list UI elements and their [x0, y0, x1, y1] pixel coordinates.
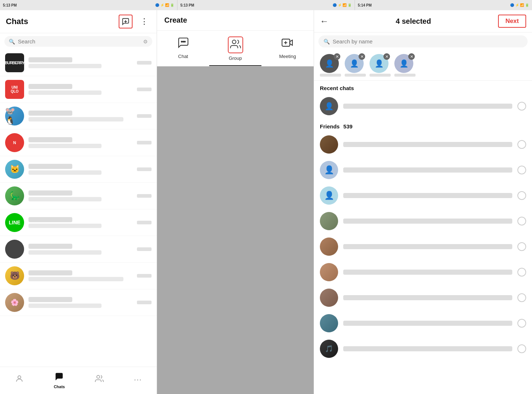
radio-friend-6[interactable]	[517, 268, 526, 277]
create-header: Create	[157, 10, 314, 31]
nav-item-home[interactable]	[8, 372, 31, 389]
nav-item-more[interactable]: ⋯	[126, 373, 149, 388]
radio-1[interactable]	[517, 102, 526, 111]
remove-selected-4[interactable]: ✕	[408, 53, 415, 60]
avatar-burberry: BURBERRY	[5, 53, 24, 72]
next-button[interactable]: Next	[498, 15, 526, 28]
middle-blurred-content	[157, 66, 314, 394]
chat-item-photo[interactable]: 🌸	[0, 289, 157, 316]
chats-title: Chats	[6, 17, 28, 26]
remove-selected-1[interactable]: ✕	[334, 53, 340, 60]
tab-group[interactable]: Group	[209, 36, 261, 66]
recent-chats-label: Recent chats	[314, 81, 532, 93]
chat-time	[137, 61, 152, 65]
friend-3[interactable]: 👤	[314, 183, 532, 208]
chat-time	[137, 247, 152, 251]
chat-item-dark[interactable]	[0, 236, 157, 263]
contacts-icon	[95, 374, 104, 385]
chat-name	[28, 84, 72, 89]
friend-1[interactable]	[314, 132, 532, 157]
friend-7[interactable]	[314, 285, 532, 310]
panel-left: Chats ⋮ 🔍 ⚙ BUR	[0, 10, 157, 394]
remove-selected-3[interactable]: ✕	[383, 53, 390, 60]
radio-friend-2[interactable]	[517, 166, 526, 174]
chat-time	[137, 114, 152, 118]
recent-avatar-1: 👤	[320, 97, 338, 115]
radio-friend-9[interactable]	[517, 344, 526, 353]
panel-right: ← 4 selected Next 🔍 👤 ✕ 👤 ✕ 👤 ✕	[314, 10, 532, 394]
filter-icon[interactable]: ⚙	[143, 39, 148, 45]
chat-item-line[interactable]: LINE	[0, 209, 157, 236]
chat-meta	[137, 301, 152, 304]
chat-item-uniqlo[interactable]: UNIQLO	[0, 76, 157, 103]
friend-avatar-7	[320, 289, 338, 307]
chat-content	[28, 217, 133, 228]
radio-friend-7[interactable]	[517, 293, 526, 302]
friend-name-1	[343, 142, 512, 147]
search-bar[interactable]: 🔍 ⚙	[4, 36, 152, 47]
back-button[interactable]: ←	[320, 16, 329, 26]
icons-middle: 🔵 ⚡ 📶 🔋	[333, 3, 352, 7]
radio-friend-8[interactable]	[517, 319, 526, 328]
chat-item-cat[interactable]: 🐱	[0, 156, 157, 183]
chat-content	[28, 297, 133, 308]
chat-meta	[137, 274, 152, 278]
remove-selected-2[interactable]: ✕	[359, 53, 365, 60]
more-options-button[interactable]: ⋮	[137, 15, 151, 28]
selected-avatar-name-3	[370, 74, 391, 77]
nav-item-chats[interactable]: Chats	[46, 370, 72, 391]
friend-9[interactable]: 🎵	[314, 336, 532, 362]
time-right: 5:14 PM	[358, 3, 372, 7]
tab-meeting[interactable]: Meeting	[261, 36, 314, 66]
tab-chat[interactable]: Chat	[157, 36, 209, 66]
chat-name	[28, 137, 72, 142]
select-contacts-header: ← 4 selected Next	[314, 10, 532, 32]
right-search-input[interactable]	[333, 38, 523, 45]
chat-item-tsum[interactable]: 🐭🐧	[0, 103, 157, 130]
status-bars: 5:13 PM 🔵 ⚡ 📶 🔋 5:13 PM 🔵 ⚡ 📶 🔋 5:14 PM …	[0, 0, 532, 10]
radio-friend-5[interactable]	[517, 242, 526, 251]
avatar-bear: 🐻	[5, 266, 24, 285]
selected-avatar-name-1	[320, 74, 341, 77]
selected-avatar-name-2	[345, 74, 366, 77]
friend-name-6	[343, 270, 512, 275]
chat-meta	[137, 221, 152, 224]
chat-preview	[28, 90, 102, 95]
friend-8[interactable]	[314, 310, 532, 336]
right-search-bar[interactable]: 🔍	[318, 35, 528, 47]
chat-time	[137, 301, 152, 304]
new-chat-button[interactable]	[119, 15, 133, 28]
chat-preview	[28, 224, 102, 228]
chat-preview	[28, 304, 102, 308]
recent-contact-1[interactable]: 👤	[314, 93, 532, 119]
radio-friend-4[interactable]	[517, 217, 526, 225]
friend-2[interactable]: 👤	[314, 157, 532, 183]
chat-item-nintendo[interactable]: N	[0, 130, 157, 156]
friend-4[interactable]	[314, 208, 532, 234]
header-icons: ⋮	[119, 15, 151, 28]
selected-avatar-1: 👤 ✕	[320, 54, 341, 77]
chat-item-burberry[interactable]: BURBERRY	[0, 50, 157, 76]
nav-item-contacts[interactable]	[88, 372, 111, 389]
chat-list: BURBERRY UNIQLO	[0, 50, 157, 367]
friend-name-9	[343, 346, 512, 351]
chat-preview	[28, 64, 102, 68]
chat-item-dino[interactable]: 🦕	[0, 183, 157, 209]
selected-avatar-name-4	[394, 74, 416, 77]
friend-name-8	[343, 321, 512, 326]
chat-item-bear[interactable]: 🐻	[0, 263, 157, 289]
chat-name	[28, 217, 72, 222]
time-middle: 5:13 PM	[180, 3, 194, 7]
radio-friend-1[interactable]	[517, 140, 526, 149]
friend-avatar-6	[320, 263, 338, 281]
friend-6[interactable]	[314, 259, 532, 285]
friend-avatar-5	[320, 237, 338, 256]
selected-avatar-2: 👤 ✕	[345, 54, 366, 77]
friend-5[interactable]	[314, 234, 532, 259]
chat-content	[28, 137, 133, 148]
search-input[interactable]	[18, 38, 140, 45]
chat-content	[28, 190, 133, 201]
status-bar-left: 5:13 PM 🔵 ⚡ 📶 🔋	[0, 0, 177, 10]
avatar-nintendo: N	[5, 133, 24, 152]
radio-friend-3[interactable]	[517, 191, 526, 200]
